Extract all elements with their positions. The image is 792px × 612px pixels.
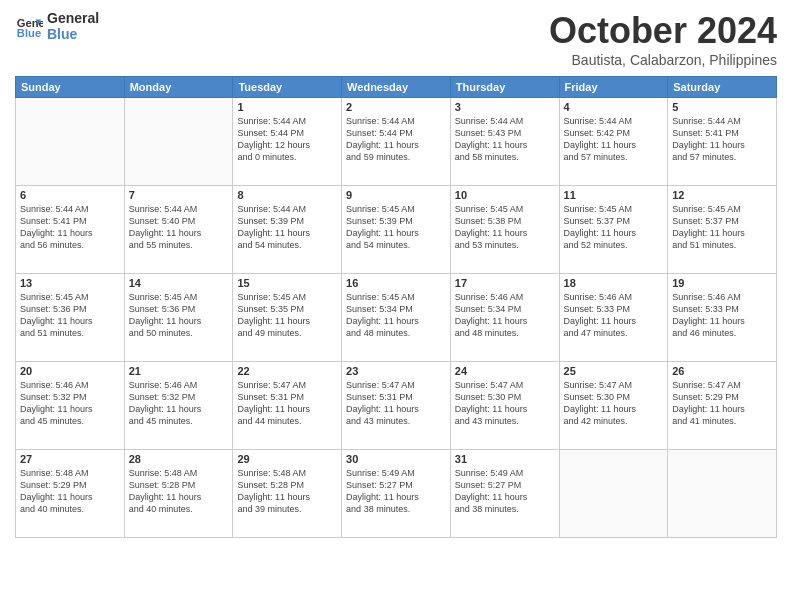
month-title: October 2024 — [549, 10, 777, 52]
col-thursday: Thursday — [450, 77, 559, 98]
svg-text:Blue: Blue — [17, 27, 41, 39]
day-number: 19 — [672, 277, 772, 289]
day-number: 22 — [237, 365, 337, 377]
day-number: 20 — [20, 365, 120, 377]
day-info: Sunrise: 5:48 AMSunset: 5:28 PMDaylight:… — [237, 467, 337, 516]
table-row: 28Sunrise: 5:48 AMSunset: 5:28 PMDayligh… — [124, 450, 233, 538]
day-info: Sunrise: 5:47 AMSunset: 5:30 PMDaylight:… — [564, 379, 664, 428]
table-row: 31Sunrise: 5:49 AMSunset: 5:27 PMDayligh… — [450, 450, 559, 538]
day-info: Sunrise: 5:45 AMSunset: 5:37 PMDaylight:… — [672, 203, 772, 252]
day-info: Sunrise: 5:44 AMSunset: 5:39 PMDaylight:… — [237, 203, 337, 252]
calendar-week-row: 27Sunrise: 5:48 AMSunset: 5:29 PMDayligh… — [16, 450, 777, 538]
day-info: Sunrise: 5:44 AMSunset: 5:42 PMDaylight:… — [564, 115, 664, 164]
table-row: 9Sunrise: 5:45 AMSunset: 5:39 PMDaylight… — [342, 186, 451, 274]
table-row: 21Sunrise: 5:46 AMSunset: 5:32 PMDayligh… — [124, 362, 233, 450]
table-row: 6Sunrise: 5:44 AMSunset: 5:41 PMDaylight… — [16, 186, 125, 274]
day-number: 23 — [346, 365, 446, 377]
day-number: 17 — [455, 277, 555, 289]
day-info: Sunrise: 5:44 AMSunset: 5:41 PMDaylight:… — [672, 115, 772, 164]
day-info: Sunrise: 5:48 AMSunset: 5:29 PMDaylight:… — [20, 467, 120, 516]
day-info: Sunrise: 5:47 AMSunset: 5:31 PMDaylight:… — [237, 379, 337, 428]
day-number: 27 — [20, 453, 120, 465]
calendar-header-row: Sunday Monday Tuesday Wednesday Thursday… — [16, 77, 777, 98]
table-row: 20Sunrise: 5:46 AMSunset: 5:32 PMDayligh… — [16, 362, 125, 450]
day-info: Sunrise: 5:45 AMSunset: 5:39 PMDaylight:… — [346, 203, 446, 252]
page-container: General Blue General Blue October 2024 B… — [0, 0, 792, 612]
day-number: 24 — [455, 365, 555, 377]
day-number: 26 — [672, 365, 772, 377]
day-info: Sunrise: 5:46 AMSunset: 5:34 PMDaylight:… — [455, 291, 555, 340]
day-number: 10 — [455, 189, 555, 201]
calendar-week-row: 20Sunrise: 5:46 AMSunset: 5:32 PMDayligh… — [16, 362, 777, 450]
day-number: 28 — [129, 453, 229, 465]
table-row: 19Sunrise: 5:46 AMSunset: 5:33 PMDayligh… — [668, 274, 777, 362]
col-friday: Friday — [559, 77, 668, 98]
table-row: 15Sunrise: 5:45 AMSunset: 5:35 PMDayligh… — [233, 274, 342, 362]
day-info: Sunrise: 5:49 AMSunset: 5:27 PMDaylight:… — [346, 467, 446, 516]
day-info: Sunrise: 5:46 AMSunset: 5:33 PMDaylight:… — [564, 291, 664, 340]
day-number: 7 — [129, 189, 229, 201]
day-info: Sunrise: 5:47 AMSunset: 5:31 PMDaylight:… — [346, 379, 446, 428]
col-tuesday: Tuesday — [233, 77, 342, 98]
day-number: 11 — [564, 189, 664, 201]
table-row: 4Sunrise: 5:44 AMSunset: 5:42 PMDaylight… — [559, 98, 668, 186]
day-info: Sunrise: 5:44 AMSunset: 5:40 PMDaylight:… — [129, 203, 229, 252]
table-row: 24Sunrise: 5:47 AMSunset: 5:30 PMDayligh… — [450, 362, 559, 450]
day-info: Sunrise: 5:44 AMSunset: 5:41 PMDaylight:… — [20, 203, 120, 252]
table-row: 18Sunrise: 5:46 AMSunset: 5:33 PMDayligh… — [559, 274, 668, 362]
day-info: Sunrise: 5:46 AMSunset: 5:33 PMDaylight:… — [672, 291, 772, 340]
table-row: 11Sunrise: 5:45 AMSunset: 5:37 PMDayligh… — [559, 186, 668, 274]
day-number: 1 — [237, 101, 337, 113]
table-row: 23Sunrise: 5:47 AMSunset: 5:31 PMDayligh… — [342, 362, 451, 450]
table-row: 3Sunrise: 5:44 AMSunset: 5:43 PMDaylight… — [450, 98, 559, 186]
day-info: Sunrise: 5:44 AMSunset: 5:43 PMDaylight:… — [455, 115, 555, 164]
day-info: Sunrise: 5:47 AMSunset: 5:30 PMDaylight:… — [455, 379, 555, 428]
table-row: 29Sunrise: 5:48 AMSunset: 5:28 PMDayligh… — [233, 450, 342, 538]
table-row: 26Sunrise: 5:47 AMSunset: 5:29 PMDayligh… — [668, 362, 777, 450]
table-row: 5Sunrise: 5:44 AMSunset: 5:41 PMDaylight… — [668, 98, 777, 186]
logo-text: General Blue — [47, 10, 99, 42]
day-info: Sunrise: 5:45 AMSunset: 5:36 PMDaylight:… — [20, 291, 120, 340]
table-row: 22Sunrise: 5:47 AMSunset: 5:31 PMDayligh… — [233, 362, 342, 450]
table-row: 17Sunrise: 5:46 AMSunset: 5:34 PMDayligh… — [450, 274, 559, 362]
day-number: 3 — [455, 101, 555, 113]
calendar-week-row: 6Sunrise: 5:44 AMSunset: 5:41 PMDaylight… — [16, 186, 777, 274]
day-info: Sunrise: 5:45 AMSunset: 5:34 PMDaylight:… — [346, 291, 446, 340]
day-info: Sunrise: 5:44 AMSunset: 5:44 PMDaylight:… — [346, 115, 446, 164]
day-info: Sunrise: 5:45 AMSunset: 5:35 PMDaylight:… — [237, 291, 337, 340]
table-row: 8Sunrise: 5:44 AMSunset: 5:39 PMDaylight… — [233, 186, 342, 274]
day-number: 18 — [564, 277, 664, 289]
day-info: Sunrise: 5:47 AMSunset: 5:29 PMDaylight:… — [672, 379, 772, 428]
day-number: 25 — [564, 365, 664, 377]
day-number: 30 — [346, 453, 446, 465]
table-row: 27Sunrise: 5:48 AMSunset: 5:29 PMDayligh… — [16, 450, 125, 538]
day-info: Sunrise: 5:44 AMSunset: 5:44 PMDaylight:… — [237, 115, 337, 164]
day-number: 12 — [672, 189, 772, 201]
table-row: 13Sunrise: 5:45 AMSunset: 5:36 PMDayligh… — [16, 274, 125, 362]
table-row: 16Sunrise: 5:45 AMSunset: 5:34 PMDayligh… — [342, 274, 451, 362]
calendar-week-row: 1Sunrise: 5:44 AMSunset: 5:44 PMDaylight… — [16, 98, 777, 186]
day-info: Sunrise: 5:45 AMSunset: 5:36 PMDaylight:… — [129, 291, 229, 340]
table-row: 25Sunrise: 5:47 AMSunset: 5:30 PMDayligh… — [559, 362, 668, 450]
col-saturday: Saturday — [668, 77, 777, 98]
day-number: 16 — [346, 277, 446, 289]
day-number: 29 — [237, 453, 337, 465]
calendar-table: Sunday Monday Tuesday Wednesday Thursday… — [15, 76, 777, 538]
table-row: 14Sunrise: 5:45 AMSunset: 5:36 PMDayligh… — [124, 274, 233, 362]
day-number: 2 — [346, 101, 446, 113]
day-number: 31 — [455, 453, 555, 465]
col-monday: Monday — [124, 77, 233, 98]
title-section: October 2024 Bautista, Calabarzon, Phili… — [549, 10, 777, 68]
day-number: 6 — [20, 189, 120, 201]
table-row: 1Sunrise: 5:44 AMSunset: 5:44 PMDaylight… — [233, 98, 342, 186]
day-number: 15 — [237, 277, 337, 289]
day-info: Sunrise: 5:46 AMSunset: 5:32 PMDaylight:… — [129, 379, 229, 428]
day-info: Sunrise: 5:46 AMSunset: 5:32 PMDaylight:… — [20, 379, 120, 428]
day-number: 13 — [20, 277, 120, 289]
day-info: Sunrise: 5:49 AMSunset: 5:27 PMDaylight:… — [455, 467, 555, 516]
calendar-week-row: 13Sunrise: 5:45 AMSunset: 5:36 PMDayligh… — [16, 274, 777, 362]
day-number: 5 — [672, 101, 772, 113]
table-row: 10Sunrise: 5:45 AMSunset: 5:38 PMDayligh… — [450, 186, 559, 274]
day-info: Sunrise: 5:48 AMSunset: 5:28 PMDaylight:… — [129, 467, 229, 516]
logo-icon: General Blue — [15, 12, 43, 40]
